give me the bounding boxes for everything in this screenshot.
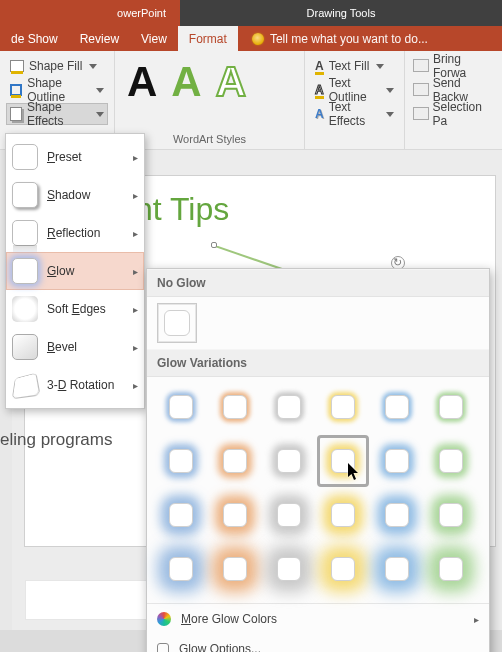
glow-options-icon (157, 643, 169, 652)
glow-swatch-r0-c1[interactable] (211, 383, 259, 431)
glow-swatch-r2-c0[interactable] (157, 491, 205, 539)
chevron-right-icon: ▸ (133, 228, 138, 239)
shape-outline[interactable]: Shape Outline (6, 79, 108, 101)
ribbon-tabs: de Show Review View Format Tell me what … (0, 26, 502, 51)
no-glow-icon (164, 310, 190, 336)
glow-swatch-r1-c4[interactable] (373, 437, 421, 485)
glow-none[interactable] (157, 303, 197, 343)
tell-me[interactable]: Tell me what you want to do... (238, 32, 428, 46)
wordart-group-label: WordArt Styles (121, 131, 298, 147)
effects-soft-edges[interactable]: Soft Edges ▸ (6, 290, 144, 328)
glow-swatch-r0-c0[interactable] (157, 383, 205, 431)
shape-effects[interactable]: Shape Effects (6, 103, 108, 125)
slide-title: nt Tips (135, 191, 229, 228)
bulb-icon (252, 33, 264, 45)
more-glow-colors-label: More Glow Colors (181, 612, 277, 626)
glow-swatch-r2-c2[interactable] (265, 491, 313, 539)
glow-swatch-r0-c5[interactable] (427, 383, 475, 431)
chevron-right-icon: ▸ (133, 304, 138, 315)
reflection-icon (12, 220, 38, 246)
rotation-3d-icon (12, 373, 41, 400)
shape-effects-label: Shape Effects (27, 100, 89, 128)
glow-swatch-r3-c5[interactable] (427, 545, 475, 593)
text-outline[interactable]: A Text Outline (311, 79, 398, 101)
bring-forward-icon (415, 61, 428, 72)
shape-outline-icon (10, 84, 22, 96)
no-glow-header: No Glow (147, 269, 489, 297)
effects-shadow[interactable]: Shadow ▸ (6, 176, 144, 214)
shape-fill[interactable]: Shape Fill (6, 55, 108, 77)
selection-pane-label: Selection Pa (433, 100, 492, 128)
slide-body-text: eling programs (0, 430, 112, 450)
shadow-icon (12, 182, 38, 208)
glow-submenu: No Glow Glow Variations More Glow Colors… (146, 268, 490, 652)
wordart-style-1[interactable]: A (127, 61, 157, 103)
effects-preset[interactable]: Preset ▸ (6, 138, 144, 176)
chevron-down-icon (96, 112, 104, 117)
send-backward[interactable]: Send Backw (411, 79, 496, 101)
selection-pane-icon (415, 109, 428, 120)
text-fill-icon: A (315, 60, 324, 72)
glow-options[interactable]: Glow Options... (147, 634, 489, 652)
glow-variations-header: Glow Variations (147, 349, 489, 377)
tab-format[interactable]: Format (178, 26, 238, 51)
title-context-tab: Drawing Tools (180, 0, 502, 26)
chevron-right-icon: ▸ (133, 342, 138, 353)
glow-swatch-r2-c4[interactable] (373, 491, 421, 539)
glow-swatch-r3-c3[interactable] (319, 545, 367, 593)
glow-swatch-r0-c4[interactable] (373, 383, 421, 431)
tab-review[interactable]: Review (69, 26, 130, 51)
glow-swatch-r3-c2[interactable] (265, 545, 313, 593)
glow-swatch-r1-c0[interactable] (157, 437, 205, 485)
chevron-down-icon (376, 64, 384, 69)
effects-bevel[interactable]: Bevel ▸ (6, 328, 144, 366)
glow-swatch-r1-c5[interactable] (427, 437, 475, 485)
chevron-right-icon: ▸ (133, 190, 138, 201)
color-wheel-icon (157, 612, 171, 626)
glow-icon (12, 258, 38, 284)
text-effects-icon: A (315, 107, 324, 121)
wordart-gallery[interactable]: A A A (121, 55, 298, 103)
effects-3d-rotation[interactable]: 3-D Rotation ▸ (6, 366, 144, 404)
shape-fill-label: Shape Fill (29, 59, 82, 73)
chevron-down-icon (89, 64, 97, 69)
send-backward-icon (415, 85, 428, 96)
wordart-style-3[interactable]: A (216, 61, 246, 103)
glow-swatch-r3-c0[interactable] (157, 545, 205, 593)
bevel-icon (12, 334, 38, 360)
wordart-style-2[interactable]: A (171, 61, 201, 103)
glow-swatch-r2-c5[interactable] (427, 491, 475, 539)
text-effects-label: Text Effects (329, 100, 379, 128)
text-outline-icon: A (315, 84, 324, 96)
glow-swatch-r3-c1[interactable] (211, 545, 259, 593)
shape-effects-menu: Preset ▸ Shadow ▸ Reflection ▸ Glow ▸ So… (5, 133, 145, 409)
glow-swatch-r2-c1[interactable] (211, 491, 259, 539)
glow-swatch-r1-c2[interactable] (265, 437, 313, 485)
chevron-down-icon (96, 88, 104, 93)
tab-view[interactable]: View (130, 26, 178, 51)
selection-pane[interactable]: Selection Pa (411, 103, 496, 125)
effects-glow[interactable]: Glow ▸ (6, 252, 144, 290)
glow-swatch-r1-c3[interactable] (319, 437, 367, 485)
group-label (311, 143, 398, 147)
bring-forward[interactable]: Bring Forwa (411, 55, 496, 77)
group-label (411, 143, 496, 147)
glow-swatch-r2-c3[interactable] (319, 491, 367, 539)
glow-swatch-r0-c2[interactable] (265, 383, 313, 431)
glow-swatch-r3-c4[interactable] (373, 545, 421, 593)
text-effects[interactable]: A Text Effects (311, 103, 398, 125)
text-fill[interactable]: A Text Fill (311, 55, 398, 77)
tell-me-label: Tell me what you want to do... (270, 32, 428, 46)
tab-slideshow[interactable]: de Show (0, 26, 69, 51)
glow-swatch-r1-c1[interactable] (211, 437, 259, 485)
text-fill-label: Text Fill (329, 59, 370, 73)
glow-grid (147, 377, 489, 603)
shape-effects-icon (10, 107, 22, 121)
title-app: owerPoint (0, 0, 180, 26)
glow-swatch-r0-c3[interactable] (319, 383, 367, 431)
effects-reflection[interactable]: Reflection ▸ (6, 214, 144, 252)
glow-options-label: Glow Options... (179, 642, 261, 652)
chevron-down-icon (386, 88, 394, 93)
more-glow-colors[interactable]: More Glow Colors ▸ (147, 604, 489, 634)
chevron-right-icon: ▸ (133, 152, 138, 163)
